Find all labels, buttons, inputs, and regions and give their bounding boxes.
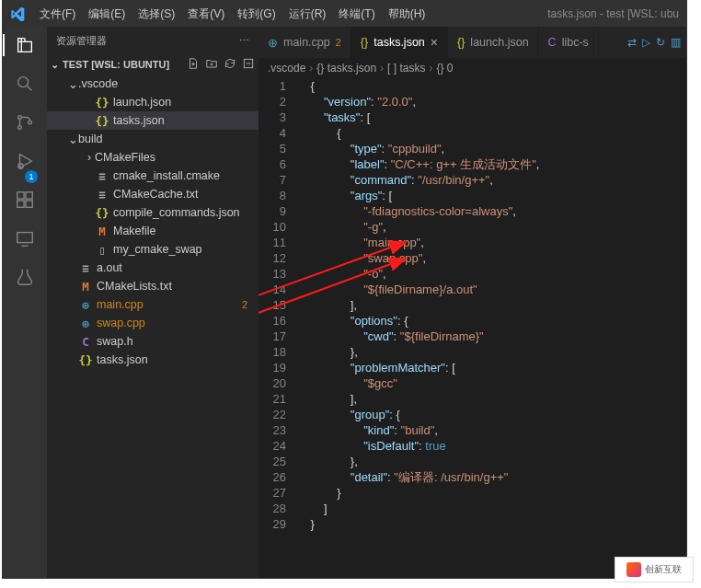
code-line[interactable]: 12 "swap.cpp", <box>259 250 686 266</box>
extensions-icon[interactable] <box>14 189 36 211</box>
tree-row[interactable]: Cswap.h <box>47 332 259 351</box>
menu-item[interactable]: 查看(V) <box>182 3 230 26</box>
code-line[interactable]: 1 { <box>259 78 686 94</box>
code-line[interactable]: 27 } <box>259 485 686 501</box>
split-icon[interactable]: ▥ <box>671 36 681 49</box>
code-line[interactable]: 14 "${fileDirname}/a.out" <box>259 282 686 297</box>
code-line[interactable]: 28 ] <box>259 501 686 516</box>
editor-tab[interactable]: Clibc-s <box>539 27 599 58</box>
line-number: 18 <box>259 344 297 360</box>
menu-item[interactable]: 文件(F) <box>34 3 81 26</box>
refresh-icon[interactable]: ↻ <box>656 36 665 49</box>
tree-row[interactable]: ⊕main.cpp2 <box>47 295 259 314</box>
tree-row[interactable]: MMakefile <box>47 222 259 240</box>
code-line[interactable]: 19 "problemMatcher": [ <box>259 360 686 375</box>
close-icon[interactable]: × <box>431 35 438 50</box>
breadcrumb-item[interactable]: .vscode <box>268 62 305 75</box>
more-icon[interactable]: ⋯ <box>239 35 249 47</box>
code-line[interactable]: 29 } <box>259 516 686 532</box>
code-line[interactable]: 7 "command": "/usr/bin/g++", <box>259 172 686 188</box>
code-text: } <box>297 516 315 532</box>
tree-row[interactable]: ≡CMakeCache.txt <box>47 185 259 203</box>
breadcrumb-item[interactable]: [ ] tasks <box>387 62 425 75</box>
code-line[interactable]: 16 "options": { <box>259 313 686 329</box>
code-line[interactable]: 22 "group": { <box>259 407 686 422</box>
compare-icon[interactable]: ⇄ <box>627 36 637 49</box>
code-line[interactable]: 24 "isDefault": true <box>259 438 686 454</box>
tree-row[interactable]: {}launch.json <box>47 93 259 111</box>
breadcrumb-sep: › <box>380 62 384 75</box>
breadcrumb-item[interactable]: {} 0 <box>436 62 453 75</box>
menu-item[interactable]: 终端(T) <box>333 3 380 26</box>
code-line[interactable]: 2 "version": "2.0.0", <box>259 94 686 110</box>
testing-icon[interactable] <box>14 266 36 288</box>
file-icon: {} <box>95 206 109 220</box>
run-debug-icon[interactable] <box>14 150 36 172</box>
code-line[interactable]: 26 "detail": "编译器: /usr/bin/g++" <box>259 469 686 485</box>
editor-tab[interactable]: {}tasks.json× <box>351 27 448 58</box>
section-label: TEST [WSL: UBUNTU] <box>63 59 169 70</box>
menu-item[interactable]: 帮助(H) <box>383 3 431 26</box>
explorer-icon[interactable] <box>14 34 36 56</box>
menu-item[interactable]: 选择(S) <box>132 3 180 26</box>
tree-row[interactable]: {}tasks.json <box>47 111 259 130</box>
code-line[interactable]: 13 "-o", <box>259 266 686 282</box>
tree-row[interactable]: ≡a.out <box>47 259 259 277</box>
svg-rect-6 <box>26 192 32 199</box>
search-icon[interactable] <box>14 73 36 95</box>
code-line[interactable]: 25 }, <box>259 454 686 469</box>
code-line[interactable]: 6 "label": "C/C++: g++ 生成活动文件", <box>259 156 686 172</box>
breadcrumbs[interactable]: .vscode › {} tasks.json › [ ] tasks › {}… <box>259 58 686 78</box>
tree-row[interactable]: ≡cmake_install.cmake <box>47 167 259 185</box>
sidebar-section[interactable]: ⌄ TEST [WSL: UBUNTU] <box>47 54 259 75</box>
code-line[interactable]: 18 }, <box>259 344 686 360</box>
tree-row[interactable]: ⊕swap.cpp <box>47 314 259 332</box>
file-icon: ≡ <box>95 169 109 183</box>
code-line[interactable]: 15 ], <box>259 297 686 313</box>
editor-tab[interactable]: ⊕main.cpp2 <box>259 27 351 58</box>
file-icon: M <box>95 225 109 238</box>
tree-row[interactable]: {}compile_commands.json <box>47 203 259 222</box>
remote-icon[interactable] <box>14 227 36 249</box>
file-icon: C <box>548 36 557 49</box>
code-line[interactable]: 23 "kind": "build", <box>259 422 686 438</box>
code-line[interactable]: 17 "cwd": "${fileDirname}" <box>259 329 686 344</box>
file-icon: {} <box>95 114 109 128</box>
code-line[interactable]: 8 "args": [ <box>259 188 686 203</box>
refresh-icon[interactable] <box>224 57 236 72</box>
line-number: 27 <box>259 485 297 501</box>
line-number: 22 <box>259 407 297 422</box>
tree-row[interactable]: ▯my_cmake_swap <box>47 240 259 259</box>
code-line[interactable]: 20 "$gcc" <box>259 375 686 391</box>
code-line[interactable]: 21 ], <box>259 391 686 407</box>
code-line[interactable]: 10 "-g", <box>259 219 686 235</box>
file-icon: ⊕ <box>78 298 93 312</box>
code-text: { <box>297 78 315 94</box>
line-number: 2 <box>259 94 297 110</box>
code-line[interactable]: 5 "type": "cppbuild", <box>259 141 686 156</box>
breadcrumb-item[interactable]: {} tasks.json <box>316 62 376 75</box>
code-line[interactable]: 11 "main.cpp", <box>259 235 686 250</box>
code-line[interactable]: 4 { <box>259 125 686 141</box>
tree-row[interactable]: MCMakeLists.txt <box>47 277 259 295</box>
tree-label: swap.cpp <box>97 317 145 329</box>
source-control-icon[interactable] <box>14 111 36 133</box>
activity-badge: 1 <box>25 170 38 183</box>
code-line[interactable]: 3 "tasks": [ <box>259 110 686 125</box>
collapse-icon[interactable] <box>242 57 255 72</box>
new-folder-icon[interactable] <box>205 57 218 72</box>
new-file-icon[interactable] <box>187 57 200 72</box>
run-icon[interactable]: ▷ <box>642 36 650 49</box>
menu-item[interactable]: 转到(G) <box>232 3 281 26</box>
code-line[interactable]: 9 "-fdiagnostics-color=always", <box>259 203 686 219</box>
tree-row[interactable]: {}tasks.json <box>47 351 259 369</box>
editor-tab[interactable]: {}launch.json <box>448 27 539 58</box>
code-text: "command": "/usr/bin/g++", <box>297 172 493 188</box>
tree-row[interactable]: ⌄build <box>47 130 259 148</box>
tree-row[interactable]: ›CMakeFiles <box>47 148 259 167</box>
tree-row[interactable]: ⌄.vscode <box>47 75 259 93</box>
tree-label: swap.h <box>97 335 133 348</box>
code-editor[interactable]: 1 {2 "version": "2.0.0",3 "tasks": [4 {5… <box>259 78 686 578</box>
menu-item[interactable]: 运行(R) <box>283 3 332 26</box>
menu-item[interactable]: 编辑(E) <box>83 3 131 26</box>
